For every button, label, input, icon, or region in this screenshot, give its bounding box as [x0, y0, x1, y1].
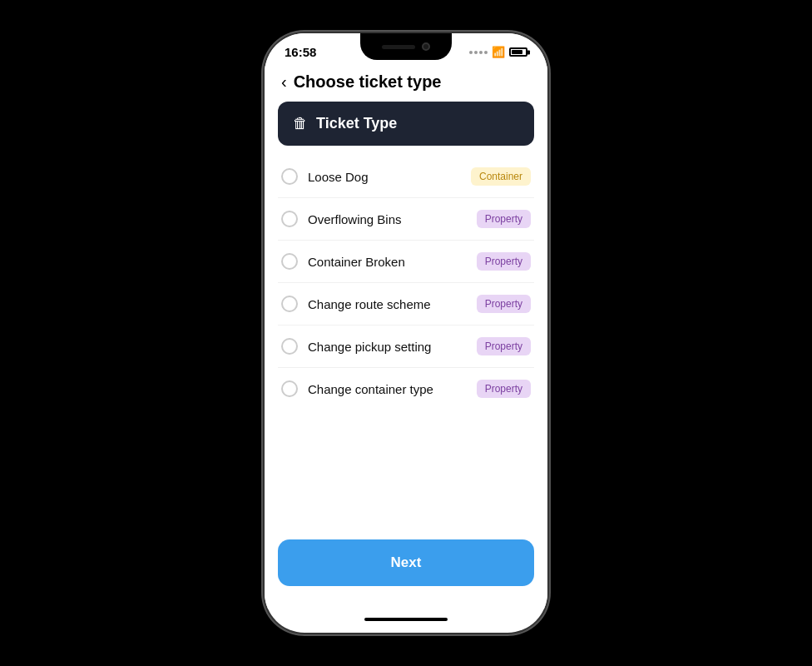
page-header: ‹ Choose ticket type	[265, 66, 547, 102]
ticket-header-title: Ticket Type	[316, 115, 397, 132]
next-button[interactable]: Next	[278, 539, 534, 586]
notch-speaker	[382, 45, 415, 49]
ticket-item-left: Change pickup setting	[281, 338, 431, 355]
ticket-list: Loose DogContainerOverflowing BinsProper…	[265, 149, 547, 526]
ticket-item-name: Loose Dog	[308, 170, 369, 184]
signal-dot	[479, 51, 483, 54]
radio-button[interactable]	[281, 338, 298, 355]
ticket-item[interactable]: Overflowing BinsProperty	[278, 198, 534, 241]
ticket-item-name: Container Broken	[308, 255, 405, 269]
content-area: ‹ Choose ticket type 🗑 Ticket Type Loose…	[265, 66, 547, 609]
home-bar	[364, 618, 448, 621]
page-title: Choose ticket type	[294, 72, 442, 92]
battery-icon	[509, 47, 527, 57]
radio-button[interactable]	[281, 168, 298, 185]
phone-frame: 16:58 📶 ‹ Choose ticket type 🗑	[265, 33, 547, 633]
ticket-item-badge: Property	[477, 295, 531, 313]
ticket-item-badge: Container	[471, 167, 531, 186]
home-indicator	[265, 609, 547, 633]
wifi-icon: 📶	[492, 46, 505, 58]
ticket-item-name: Change pickup setting	[308, 340, 431, 354]
notch	[360, 33, 452, 60]
ticket-item-left: Loose Dog	[281, 168, 369, 185]
next-button-wrap: Next	[265, 526, 547, 593]
ticket-type-header: 🗑 Ticket Type	[278, 102, 534, 146]
ticket-item[interactable]: Change container typeProperty	[278, 368, 534, 410]
ticket-item-badge: Property	[477, 337, 531, 355]
signal-dots	[469, 51, 488, 54]
signal-dot	[469, 51, 473, 54]
back-button[interactable]: ‹	[281, 72, 287, 92]
notch-camera	[422, 42, 430, 51]
ticket-item-name: Overflowing Bins	[308, 212, 402, 226]
ticket-header-icon: 🗑	[293, 115, 308, 132]
signal-dot	[484, 51, 488, 54]
status-time: 16:58	[285, 45, 316, 59]
ticket-item[interactable]: Loose DogContainer	[278, 156, 534, 198]
ticket-item-name: Change route scheme	[308, 297, 431, 311]
radio-button[interactable]	[281, 211, 298, 227]
ticket-item-badge: Property	[477, 252, 531, 271]
ticket-item-left: Container Broken	[281, 253, 405, 270]
radio-button[interactable]	[281, 296, 298, 312]
battery-fill	[512, 50, 522, 54]
ticket-item-left: Change route scheme	[281, 296, 431, 312]
ticket-item[interactable]: Change route schemeProperty	[278, 283, 534, 326]
ticket-item-left: Change container type	[281, 380, 433, 397]
status-icons: 📶	[469, 46, 527, 58]
ticket-item[interactable]: Change pickup settingProperty	[278, 326, 534, 368]
ticket-item[interactable]: Container BrokenProperty	[278, 241, 534, 283]
ticket-item-badge: Property	[477, 210, 531, 228]
ticket-item-left: Overflowing Bins	[281, 211, 402, 227]
ticket-item-badge: Property	[477, 380, 531, 398]
status-bar: 16:58 📶	[265, 33, 547, 66]
radio-button[interactable]	[281, 253, 298, 270]
ticket-item-name: Change container type	[308, 382, 433, 396]
signal-dot	[474, 51, 478, 54]
radio-button[interactable]	[281, 380, 298, 397]
